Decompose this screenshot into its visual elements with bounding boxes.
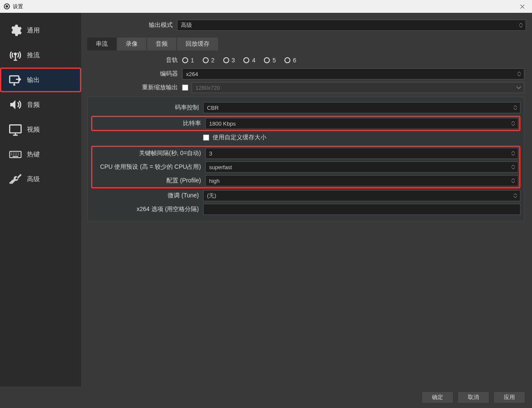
updown-icon xyxy=(509,149,517,158)
sidebar-item-label: 视频 xyxy=(27,126,40,134)
updown-icon xyxy=(509,176,517,185)
close-icon xyxy=(520,4,525,9)
rate-control-value: CBR xyxy=(207,105,219,111)
rate-control-label: 码率控制 xyxy=(91,104,203,112)
updown-icon xyxy=(515,69,523,79)
updown-icon xyxy=(509,119,517,128)
keyboard-icon xyxy=(7,146,24,162)
updown-icon xyxy=(509,162,517,172)
gear-icon xyxy=(7,22,24,38)
sidebar-item-output[interactable]: 输出 xyxy=(0,68,81,92)
cpu-preset-select[interactable]: superfast xyxy=(205,161,518,173)
sidebar-item-label: 音频 xyxy=(27,101,40,109)
bitrate-highlight: 比特率 1800 Kbps xyxy=(91,116,520,131)
x264opts-label: x264 选项 (用空格分隔) xyxy=(91,205,203,213)
tune-select[interactable]: (无) xyxy=(203,190,520,201)
sidebar-item-label: 推流 xyxy=(27,51,40,59)
audio-track-5[interactable]: 5 xyxy=(264,57,276,64)
tools-icon xyxy=(7,171,24,187)
bitrate-value: 1800 Kbps xyxy=(209,120,236,127)
keyint-spinner[interactable]: 3 xyxy=(205,148,518,159)
encoder-value: x264 xyxy=(186,71,198,77)
sidebar-item-stream[interactable]: 推流 xyxy=(0,43,81,68)
x264opts-input[interactable] xyxy=(203,204,520,215)
audio-track-3[interactable]: 3 xyxy=(223,57,235,64)
sidebar-item-video[interactable]: 视频 xyxy=(0,117,81,142)
rate-control-select[interactable]: CBR xyxy=(203,102,520,113)
tab-recording[interactable]: 录像 xyxy=(117,38,146,50)
profile-value: high xyxy=(209,178,220,184)
tab-audio[interactable]: 音频 xyxy=(147,38,176,50)
audio-track-group: 1 2 3 4 5 6 xyxy=(182,57,524,64)
sidebar-item-label: 热键 xyxy=(27,150,40,159)
output-mode-label: 输出模式 xyxy=(87,21,177,29)
window-title: 设置 xyxy=(13,3,23,10)
updown-icon xyxy=(517,21,525,30)
audio-track-4[interactable]: 4 xyxy=(243,57,255,64)
profile-select[interactable]: high xyxy=(205,175,518,186)
rescale-value: 1280x720 xyxy=(195,85,220,91)
output-mode-value: 高级 xyxy=(181,21,192,29)
tab-replay-buffer[interactable]: 回放缓存 xyxy=(177,38,218,50)
sidebar-item-label: 通用 xyxy=(27,26,40,35)
sidebar-item-advanced[interactable]: 高级 xyxy=(0,167,81,191)
svg-point-2 xyxy=(6,5,8,8)
audio-track-6[interactable]: 6 xyxy=(284,57,296,64)
keyint-preset-profile-highlight: 关键帧间隔(秒, 0=自动) 3 xyxy=(91,146,520,188)
updown-icon xyxy=(511,103,519,112)
encoder-settings-box: 码率控制 CBR 比特率 xyxy=(87,97,524,221)
output-icon xyxy=(7,72,24,88)
apply-button[interactable]: 应用 xyxy=(494,391,525,403)
bitrate-spinner[interactable]: 1800 Kbps xyxy=(205,118,518,129)
dialog-footer: 确定 取消 应用 xyxy=(0,387,532,408)
svg-rect-5 xyxy=(10,125,21,133)
sidebar-item-hotkeys[interactable]: 热键 xyxy=(0,142,81,167)
rescale-label: 重新缩放输出 xyxy=(87,84,182,91)
antenna-icon xyxy=(7,47,24,63)
chevron-down-icon xyxy=(516,85,521,91)
sidebar-item-label: 输出 xyxy=(27,76,40,84)
keyint-value: 3 xyxy=(209,150,212,157)
tune-value: (无) xyxy=(207,192,216,200)
close-button[interactable] xyxy=(512,0,532,13)
custom-buffer-checkbox[interactable] xyxy=(203,135,209,141)
rescale-select[interactable]: 1280x720 xyxy=(192,82,524,93)
sidebar-item-general[interactable]: 通用 xyxy=(0,18,81,43)
encoder-select[interactable]: x264 xyxy=(182,68,524,79)
profile-label: 配置 (Profile) xyxy=(93,177,205,185)
main-panel: 输出模式 高级 串流 录像 音频 回放缓存 音轨 1 2 xyxy=(81,13,532,387)
audio-track-1[interactable]: 1 xyxy=(182,57,194,64)
sidebar-item-label: 高级 xyxy=(27,175,40,183)
custom-buffer-label: 使用自定义缓存大小 xyxy=(213,134,266,141)
cpu-preset-label: CPU 使用预设 (高 = 较少的 CPU占用) xyxy=(93,163,205,171)
encoder-label: 编码器 xyxy=(87,70,182,78)
monitor-icon xyxy=(7,121,24,138)
output-mode-select[interactable]: 高级 xyxy=(177,20,526,31)
titlebar: 设置 xyxy=(0,0,532,13)
sidebar-item-audio[interactable]: 音频 xyxy=(0,92,81,117)
audio-track-2[interactable]: 2 xyxy=(203,57,215,64)
audio-icon xyxy=(7,97,24,113)
audio-track-label: 音轨 xyxy=(87,56,182,64)
svg-point-3 xyxy=(15,53,16,55)
cpu-preset-value: superfast xyxy=(209,164,232,170)
sidebar: 通用 推流 输出 音频 视频 xyxy=(0,13,81,387)
rescale-checkbox[interactable] xyxy=(182,85,188,91)
output-tabs: 串流 录像 音频 回放缓存 xyxy=(87,38,526,50)
bitrate-label: 比特率 xyxy=(93,120,205,127)
ok-button[interactable]: 确定 xyxy=(422,391,453,403)
updown-icon xyxy=(511,191,519,200)
app-icon xyxy=(3,3,10,10)
keyint-label: 关键帧间隔(秒, 0=自动) xyxy=(93,150,205,157)
cancel-button[interactable]: 取消 xyxy=(458,391,489,403)
tab-streaming[interactable]: 串流 xyxy=(87,38,116,50)
tune-label: 微调 (Tune) xyxy=(91,192,203,200)
